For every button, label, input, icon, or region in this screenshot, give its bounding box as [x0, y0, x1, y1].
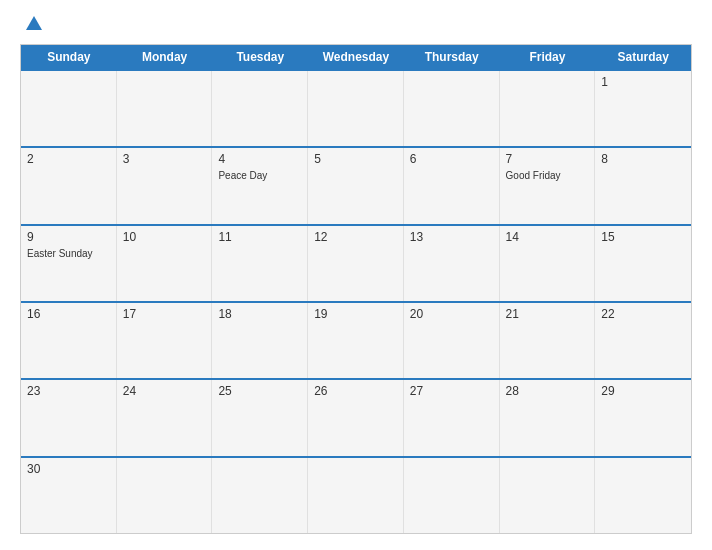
day-number: 7	[506, 152, 589, 166]
day-number: 23	[27, 384, 110, 398]
day-cell: 23	[21, 380, 117, 455]
day-cell: 24	[117, 380, 213, 455]
day-cell	[500, 458, 596, 533]
logo	[20, 16, 46, 30]
day-number: 20	[410, 307, 493, 321]
day-cell	[117, 458, 213, 533]
day-cell: 12	[308, 226, 404, 301]
day-cell: 17	[117, 303, 213, 378]
day-cell: 16	[21, 303, 117, 378]
day-header-wednesday: Wednesday	[308, 45, 404, 69]
day-header-monday: Monday	[117, 45, 213, 69]
day-number: 13	[410, 230, 493, 244]
holiday-label: Peace Day	[218, 170, 301, 181]
day-cell: 20	[404, 303, 500, 378]
day-number: 30	[27, 462, 110, 476]
day-cell: 27	[404, 380, 500, 455]
day-number: 9	[27, 230, 110, 244]
day-header-sunday: Sunday	[21, 45, 117, 69]
logo-triangle-icon	[26, 16, 42, 30]
calendar-header	[20, 16, 692, 30]
day-cell: 25	[212, 380, 308, 455]
day-headers-row: SundayMondayTuesdayWednesdayThursdayFrid…	[21, 45, 691, 69]
day-cell	[21, 71, 117, 146]
week-row-3: 9Easter Sunday101112131415	[21, 224, 691, 301]
week-row-6: 30	[21, 456, 691, 533]
day-cell	[117, 71, 213, 146]
day-cell: 14	[500, 226, 596, 301]
day-header-saturday: Saturday	[595, 45, 691, 69]
week-row-2: 234Peace Day567Good Friday8	[21, 146, 691, 223]
day-cell: 22	[595, 303, 691, 378]
day-number: 12	[314, 230, 397, 244]
day-number: 4	[218, 152, 301, 166]
day-cell: 13	[404, 226, 500, 301]
day-number: 24	[123, 384, 206, 398]
day-cell: 29	[595, 380, 691, 455]
day-number: 29	[601, 384, 685, 398]
day-number: 8	[601, 152, 685, 166]
day-number: 17	[123, 307, 206, 321]
day-cell: 18	[212, 303, 308, 378]
day-header-tuesday: Tuesday	[212, 45, 308, 69]
day-cell: 6	[404, 148, 500, 223]
day-number: 22	[601, 307, 685, 321]
week-row-4: 16171819202122	[21, 301, 691, 378]
day-number: 6	[410, 152, 493, 166]
day-cell: 8	[595, 148, 691, 223]
day-cell	[308, 71, 404, 146]
day-cell: 21	[500, 303, 596, 378]
holiday-label: Good Friday	[506, 170, 589, 181]
day-number: 1	[601, 75, 685, 89]
day-cell	[404, 458, 500, 533]
day-cell: 2	[21, 148, 117, 223]
day-cell: 9Easter Sunday	[21, 226, 117, 301]
day-number: 3	[123, 152, 206, 166]
day-cell	[404, 71, 500, 146]
day-number: 14	[506, 230, 589, 244]
day-cell: 10	[117, 226, 213, 301]
day-number: 2	[27, 152, 110, 166]
day-number: 10	[123, 230, 206, 244]
day-number: 25	[218, 384, 301, 398]
day-number: 16	[27, 307, 110, 321]
day-cell: 7Good Friday	[500, 148, 596, 223]
day-cell	[595, 458, 691, 533]
day-header-thursday: Thursday	[404, 45, 500, 69]
day-cell: 19	[308, 303, 404, 378]
week-row-1: 1	[21, 69, 691, 146]
calendar-grid: SundayMondayTuesdayWednesdayThursdayFrid…	[20, 44, 692, 534]
day-number: 15	[601, 230, 685, 244]
day-cell	[308, 458, 404, 533]
day-cell	[212, 71, 308, 146]
day-number: 28	[506, 384, 589, 398]
holiday-label: Easter Sunday	[27, 248, 110, 259]
day-number: 21	[506, 307, 589, 321]
weeks-container: 1234Peace Day567Good Friday89Easter Sund…	[21, 69, 691, 533]
day-cell: 1	[595, 71, 691, 146]
day-cell: 26	[308, 380, 404, 455]
day-cell: 11	[212, 226, 308, 301]
day-cell: 30	[21, 458, 117, 533]
day-number: 27	[410, 384, 493, 398]
day-cell	[212, 458, 308, 533]
day-number: 19	[314, 307, 397, 321]
day-cell: 3	[117, 148, 213, 223]
day-cell: 28	[500, 380, 596, 455]
day-header-friday: Friday	[500, 45, 596, 69]
day-number: 5	[314, 152, 397, 166]
day-number: 11	[218, 230, 301, 244]
day-number: 18	[218, 307, 301, 321]
day-cell: 5	[308, 148, 404, 223]
day-cell	[500, 71, 596, 146]
day-cell: 4Peace Day	[212, 148, 308, 223]
week-row-5: 23242526272829	[21, 378, 691, 455]
day-number: 26	[314, 384, 397, 398]
day-cell: 15	[595, 226, 691, 301]
